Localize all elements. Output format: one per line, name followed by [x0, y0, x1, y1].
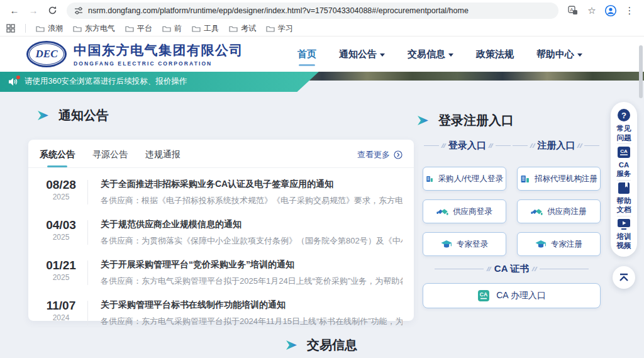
bookmark-folder-pingtai[interactable]: 平台: [125, 23, 152, 34]
nav-help-center[interactable]: 帮助中心: [536, 48, 582, 60]
bookmarks-bar: 浪潮 东方电气 平台 前 工具 考试 学习: [0, 21, 644, 36]
login-entry-label: 登录入口: [448, 140, 486, 152]
purchaser-agent-login-button[interactable]: 采购人/代理人登录: [423, 167, 506, 191]
main-nav: 首页 通知公告 交易信息 政策法规 帮助中心: [297, 48, 618, 60]
supplier-login-button[interactable]: 供应商登录: [423, 199, 506, 223]
ca-icon-text: CA: [480, 291, 487, 298]
back-to-top-button[interactable]: [613, 266, 635, 289]
chevron-down-icon: [380, 53, 385, 57]
divider: [617, 143, 631, 144]
notice-date: 01/21 2025: [45, 259, 77, 282]
nav-notices[interactable]: 通知公告: [339, 48, 385, 60]
bookmark-folder-gongju[interactable]: 工具: [192, 23, 219, 34]
notice-date-year: 2024: [45, 313, 77, 322]
notice-row[interactable]: 08/28 2025 关于全面推进非招标采购业务CA认证及电子签章应用的通知 各…: [28, 172, 414, 212]
notice-date: 04/03 2025: [45, 218, 77, 242]
speaker-icon: [9, 77, 19, 86]
company-name-cn: 中国东方电气集团有限公司: [74, 42, 243, 59]
faq-shortcut[interactable]: ? 常见问题: [617, 108, 631, 142]
notice-desc: 各供应商：东方电气采购管理平台拟于2024年11月15日上线“标书在线制作”功能…: [101, 316, 402, 327]
bookmark-folder-dongfang[interactable]: 东方电气: [73, 23, 115, 34]
expert-login-button[interactable]: 专家登录: [423, 232, 506, 256]
translate-icon-glyph: A: [568, 6, 578, 15]
login-register-subheaders: 登录入口 注册入口: [423, 140, 601, 152]
folder-icon: [73, 25, 82, 32]
browser-toolbar: ← → nsrm.dongfang.com/platform/runtime/e…: [0, 0, 644, 21]
ca-cert-divider: CA 证书: [423, 263, 601, 275]
scrollbar-thumb[interactable]: [639, 45, 643, 98]
tab-violation-reports[interactable]: 违规通报: [145, 149, 180, 167]
nav-label: 政策法规: [476, 48, 514, 60]
supplier-register-button[interactable]: 供应商注册: [517, 199, 601, 223]
notice-date: 11/07 2024: [45, 299, 77, 322]
browser-menu-icon[interactable]: ⋮: [621, 3, 638, 18]
url-text: nsrm.dongfang.com/platform/runtime/epp/d…: [88, 6, 469, 15]
notice-body: 关于采购管理平台标书在线制作功能培训的通知 各供应商：东方电气采购管理平台拟于2…: [101, 299, 402, 327]
handshake-icon: [531, 207, 543, 216]
address-bar[interactable]: nsrm.dongfang.com/platform/runtime/epp/d…: [67, 3, 558, 19]
graduation-cap-icon: [441, 240, 452, 249]
divider: [87, 180, 88, 204]
tab-sourcing-notices[interactable]: 寻源公告: [92, 149, 128, 167]
notice-title: 关于全面推进非招标采购业务CA认证及电子签章应用的通知: [101, 179, 402, 190]
question-icon: ?: [617, 108, 631, 122]
svg-text:CA: CA: [620, 148, 628, 154]
button-label: 招标代理机构注册: [535, 174, 597, 184]
nav-policies[interactable]: 政策法规: [476, 48, 514, 60]
bookmark-folder-qian[interactable]: 前: [162, 23, 182, 34]
bookmark-folder-langchao[interactable]: 浪潮: [36, 23, 63, 34]
button-label: 供应商登录: [453, 206, 492, 217]
training-videos-shortcut[interactable]: 培训视频: [617, 218, 631, 250]
help-docs-shortcut[interactable]: 帮助文档: [617, 182, 631, 215]
folder-icon: [192, 25, 201, 32]
button-label: 采购人/代理人登录: [438, 174, 503, 184]
bookmark-folder-kaoshi[interactable]: 考试: [229, 23, 256, 34]
notice-date-year: 2025: [45, 193, 77, 201]
bookmark-label: 工具: [204, 23, 219, 34]
apps-grid-icon[interactable]: [6, 24, 15, 33]
notice-date-md: 04/03: [45, 218, 77, 232]
dec-logo-text: DEC: [36, 48, 58, 60]
view-more-label: 查看更多: [357, 149, 390, 160]
view-more-link[interactable]: 查看更多: [357, 149, 402, 160]
bookmark-folder-xuexi[interactable]: 学习: [266, 23, 293, 34]
bidding-agency-register-button[interactable]: 招标代理机构注册: [517, 167, 601, 191]
bookmark-label: 考试: [241, 23, 256, 34]
bookmark-label: 东方电气: [85, 23, 115, 34]
tab-system-notices[interactable]: 系统公告: [40, 149, 75, 167]
bookmark-label: 浪潮: [48, 23, 63, 34]
reload-icon[interactable]: [44, 3, 60, 19]
building-icon: [520, 174, 530, 184]
ca-badge-icon: CA: [477, 289, 490, 302]
expert-register-button[interactable]: 专家注册: [517, 232, 601, 256]
folder-icon: [229, 25, 238, 32]
notice-row[interactable]: 11/07 2024 关于采购管理平台标书在线制作功能培训的通知 各供应商：东方…: [28, 293, 414, 333]
nav-home[interactable]: 首页: [297, 48, 316, 60]
forward-icon[interactable]: →: [25, 3, 42, 19]
bookmark-star-icon[interactable]: ☆: [584, 3, 600, 18]
notification-dot: [16, 76, 20, 79]
divider: [435, 269, 484, 269]
notice-row[interactable]: 04/03 2025 关于规范供应商企业规模信息的通知 各供应商：为贯彻落实《保…: [28, 212, 414, 252]
nav-label: 通知公告: [339, 48, 377, 60]
back-icon[interactable]: ←: [6, 3, 23, 19]
sidebar-item-label: 培训视频: [617, 232, 631, 250]
ca-apply-button[interactable]: CA CA 办理入口: [423, 283, 601, 308]
translate-icon[interactable]: A: [565, 3, 581, 18]
profile-avatar-icon[interactable]: [602, 3, 619, 18]
nav-trade-info[interactable]: 交易信息: [408, 48, 453, 60]
notices-card-header: 系统公告 寻源公告 违规通报 查看更多: [28, 140, 414, 168]
notice-body: 关于开展采购管理平台“竞价采购业务”培训的通知 各供应商：东方电气采购管理平台拟…: [101, 259, 402, 287]
section-arrow-icon: [286, 340, 298, 350]
ca-service-shortcut[interactable]: CA CA服务: [617, 146, 631, 179]
notices-list: 08/28 2025 关于全面推进非招标采购业务CA认证及电子签章应用的通知 各…: [28, 168, 414, 333]
divider: [513, 145, 528, 146]
notice-row[interactable]: 01/21 2025 关于开展采购管理平台“竞价采购业务”培训的通知 各供应商：…: [28, 252, 414, 293]
login-entry-header: 登录入口: [423, 140, 512, 152]
divider: [87, 220, 88, 245]
handshake-icon: [436, 207, 448, 216]
notice-title: 关于规范供应商企业规模信息的通知: [101, 219, 402, 230]
company-name-block: 中国东方电气集团有限公司 DONGFANG ELECTRIC CORPORATI…: [74, 42, 243, 67]
notice-body: 关于全面推进非招标采购业务CA认证及电子签章应用的通知 各供应商：根据《电子招标…: [101, 178, 402, 206]
chevron-down-icon: [448, 53, 453, 57]
